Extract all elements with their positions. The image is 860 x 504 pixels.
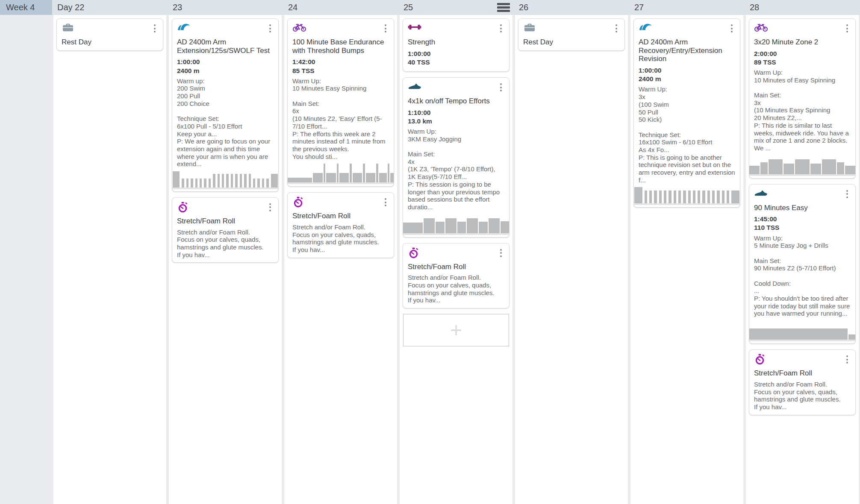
workout-duration: 1:00:00: [408, 50, 504, 58]
day-header-28: 28: [745, 0, 860, 15]
workout-metric: 2400 m: [177, 67, 274, 75]
workout-title: Rest Day: [523, 38, 620, 47]
stopwatch-icon: [177, 202, 188, 213]
workout-card-stretch[interactable]: Stretch/Foam Roll Stretch and/or Foam Ro…: [172, 197, 279, 263]
workout-title: Strength: [408, 38, 504, 47]
stopwatch-icon: [754, 354, 766, 365]
workout-description: Stretch and/or Foam Roll. Focus on your …: [754, 381, 851, 411]
workout-graph: [287, 164, 394, 184]
briefcase-icon: [523, 23, 536, 33]
day-column-27[interactable]: AD 2400m Arm Recovery/Entry/Extension Re…: [630, 15, 743, 504]
day-column-22[interactable]: Rest Day: [53, 15, 166, 504]
workout-card-stretch[interactable]: Stretch/Foam Roll Stretch and/or Foam Ro…: [287, 192, 394, 258]
day-header-27: 27: [629, 0, 745, 15]
workout-description: Warm Up: 5 Minute Easy Jog + Drills Main…: [754, 234, 851, 318]
kebab-menu-icon[interactable]: [498, 23, 504, 34]
workout-graph: [749, 321, 856, 341]
workout-graph: [633, 187, 740, 205]
workout-duration: 1:00:00: [177, 58, 274, 66]
workout-duration: 1:00:00: [639, 66, 735, 75]
workout-duration: 2:00:00: [754, 50, 851, 58]
stopwatch-icon: [292, 196, 304, 208]
workout-metric: 85 TSS: [292, 67, 389, 75]
day-label: 23: [173, 3, 182, 12]
workout-card-swim[interactable]: AD 2400m Arm Extension/125s/SWOLF Test 1…: [172, 18, 279, 192]
workout-title: 4x1k on/off Tempo Efforts: [408, 97, 504, 105]
workout-title: Rest Day: [62, 38, 158, 47]
kebab-menu-icon[interactable]: [613, 23, 620, 34]
workout-metric: 89 TSS: [754, 58, 851, 67]
workout-card-bike[interactable]: 100 Minute Base Endurance with Threshold…: [287, 18, 394, 187]
day-column-26[interactable]: Rest Day: [515, 15, 628, 504]
workout-title: Stretch/Foam Roll: [408, 263, 504, 271]
workout-card-run[interactable]: 4x1k on/off Tempo Efforts 1:10:00 13.0 k…: [403, 77, 510, 237]
kebab-menu-icon[interactable]: [844, 354, 851, 365]
dumbbell-icon: [408, 23, 421, 32]
workout-duration: 1:42:00: [292, 58, 389, 66]
day-header-23: 23: [168, 0, 283, 15]
kebab-menu-icon[interactable]: [498, 82, 504, 93]
kebab-menu-icon[interactable]: [151, 23, 158, 34]
workout-description: Stretch and/or Foam Roll. Focus on your …: [177, 229, 274, 259]
kebab-menu-icon[interactable]: [267, 23, 274, 34]
workout-description: Warm Up: 3KM Easy Jogging Main Set: 4x (…: [408, 128, 504, 211]
day-header-26: 26: [514, 0, 629, 15]
workout-title: AD 2400m Arm Extension/125s/SWOLF Test: [177, 38, 274, 55]
workout-description: Warm up: 200 Swim 200 Pull 200 Choice Te…: [177, 77, 274, 168]
workout-title: 90 Minutes Easy: [754, 204, 851, 212]
workout-title: Stretch/Foam Roll: [177, 217, 274, 226]
workout-duration: 1:45:00: [754, 215, 851, 223]
workout-card-bike[interactable]: 3x20 Minute Zone 2 2:00:00 89 TSS Warm U…: [749, 18, 856, 179]
workout-card-run[interactable]: 90 Minutes Easy 1:45:00 110 TSS Warm Up:…: [749, 184, 856, 344]
day-header-25: 25: [398, 0, 514, 15]
workout-title: Stretch/Foam Roll: [754, 369, 851, 378]
workout-description: Stretch and/or Foam Roll. Focus on your …: [292, 223, 389, 254]
day-column-25[interactable]: Strength 1:00:00 40 TSS 4x1k on/off Temp…: [400, 15, 512, 504]
workout-card-stretch[interactable]: Stretch/Foam Roll Stretch and/or Foam Ro…: [403, 243, 510, 308]
workout-description: Warm Up: 10 Minutes Easy Spinning Main S…: [292, 77, 389, 161]
swim-icon: [177, 23, 191, 32]
workout-card-swim[interactable]: AD 2400m Arm Recovery/Entry/Extension Re…: [633, 18, 740, 208]
workout-metric: 13.0 km: [408, 117, 504, 126]
workout-metric: 2400 m: [639, 75, 735, 83]
kebab-menu-icon[interactable]: [382, 23, 389, 34]
workout-description: Stretch and/or Foam Roll. Focus on your …: [408, 274, 504, 304]
bike-icon: [292, 23, 306, 32]
day-label: 27: [634, 3, 644, 12]
day-header-24: 24: [283, 0, 398, 15]
workout-graph: [403, 214, 510, 235]
workout-card-stretch[interactable]: Stretch/Foam Roll Stretch and/or Foam Ro…: [749, 349, 856, 415]
hamburger-menu-icon[interactable]: [497, 3, 510, 13]
bike-icon: [754, 23, 768, 32]
week-gutter: [0, 15, 52, 504]
workout-title: AD 2400m Arm Recovery/Entry/Extension Re…: [639, 38, 735, 63]
workout-title: 3x20 Minute Zone 2: [754, 38, 851, 47]
kebab-menu-icon[interactable]: [844, 23, 851, 34]
workout-title: 100 Minute Base Endurance with Threshold…: [292, 38, 389, 55]
briefcase-icon: [62, 23, 74, 33]
workout-card-rest[interactable]: Rest Day: [56, 18, 163, 51]
kebab-menu-icon[interactable]: [844, 188, 851, 200]
workout-card-rest[interactable]: Rest Day: [518, 18, 625, 51]
kebab-menu-icon[interactable]: [267, 202, 274, 213]
workout-title: Stretch/Foam Roll: [292, 212, 389, 220]
workout-description: Warm Up: 10 Minutes of Easy Spinning Mai…: [754, 69, 851, 152]
kebab-menu-icon[interactable]: [728, 23, 735, 34]
day-column-24[interactable]: 100 Minute Base Endurance with Threshold…: [284, 15, 397, 504]
swim-icon: [639, 23, 653, 32]
day-header-22: Day 22: [52, 0, 168, 15]
add-workout-button[interactable]: +: [403, 314, 509, 346]
day-label: 24: [288, 3, 297, 12]
kebab-menu-icon[interactable]: [382, 196, 389, 208]
workout-graph: [749, 155, 856, 176]
workout-graph: [172, 171, 279, 189]
day-column-28[interactable]: 3x20 Minute Zone 2 2:00:00 89 TSS Warm U…: [746, 15, 859, 504]
day-label: Day 22: [57, 3, 84, 12]
running-shoe-icon: [754, 188, 768, 197]
day-label: 26: [519, 3, 528, 12]
kebab-menu-icon[interactable]: [498, 247, 504, 259]
week-label-cell[interactable]: Week 4: [0, 0, 52, 15]
workout-description: Warm Up: 3x (100 Swim 50 Pull 50 Kick) T…: [639, 85, 735, 184]
workout-card-strength[interactable]: Strength 1:00:00 40 TSS: [403, 18, 510, 72]
day-column-23[interactable]: AD 2400m Arm Extension/125s/SWOLF Test 1…: [169, 15, 282, 504]
